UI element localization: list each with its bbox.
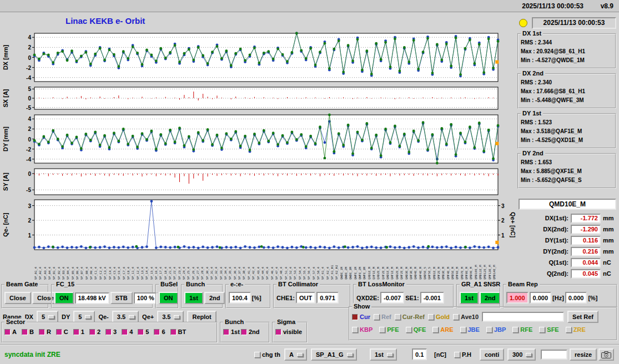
- checkbox-cur-ref[interactable]: Cur-Ref: [395, 314, 425, 320]
- checkbox-chg-th[interactable]: chg th: [254, 351, 280, 358]
- checkbox-qfe[interactable]: QFE: [406, 326, 426, 333]
- checkbox-2nd[interactable]: 2nd: [241, 328, 260, 335]
- checkbox-kbp[interactable]: KBP: [352, 326, 373, 333]
- checkbox-box[interactable]: [39, 329, 45, 335]
- signal-select[interactable]: SP_A1_G: [311, 348, 357, 361]
- checkbox-box[interactable]: [406, 327, 412, 333]
- checkbox-box[interactable]: [275, 329, 281, 335]
- group-label: Sector: [4, 318, 27, 325]
- checkbox-pfe[interactable]: PFE: [379, 326, 399, 333]
- checkbox-4[interactable]: 4: [122, 328, 133, 335]
- checkbox-sfe[interactable]: SFE: [539, 326, 558, 333]
- checkbox-ave10[interactable]: Ave10: [453, 314, 479, 320]
- x-axis-label: SP_B5_4: [72, 251, 76, 280]
- checkbox-visible[interactable]: visible: [275, 328, 302, 335]
- checkbox-box[interactable]: [56, 329, 62, 335]
- gr-a1-1st-button[interactable]: 1st: [460, 292, 479, 304]
- checkbox-3[interactable]: 3: [105, 328, 117, 335]
- checkbox-6[interactable]: 6: [154, 328, 165, 335]
- checkbox-box[interactable]: [154, 329, 160, 335]
- resize-button[interactable]: resize: [570, 348, 597, 361]
- checkbox-zre[interactable]: ZRE: [566, 326, 586, 333]
- replot-button[interactable]: Replot: [187, 311, 216, 323]
- checkbox-box[interactable]: [223, 329, 229, 335]
- checkbox-label: PFE: [387, 326, 399, 333]
- checkbox-box[interactable]: [379, 327, 385, 333]
- range-qem-select[interactable]: 3.5: [112, 311, 139, 323]
- checkbox-box[interactable]: [454, 352, 460, 358]
- x-axis-label: SP_51_4: [285, 251, 289, 280]
- svg-text:Qe+ [nC]: Qe+ [nC]: [510, 212, 516, 237]
- checkbox-box[interactable]: [170, 329, 177, 335]
- fc15-on-button[interactable]: ON: [54, 292, 74, 304]
- ref-file-input[interactable]: [482, 312, 564, 322]
- checkbox-box[interactable]: [374, 314, 380, 320]
- checkbox-bt[interactable]: BT: [170, 328, 187, 335]
- stat-min: Min : -4.527@QWDE_1M: [521, 56, 615, 65]
- checkbox-2[interactable]: 2: [89, 328, 100, 335]
- checkbox-box[interactable]: [105, 329, 112, 335]
- busel-on-button[interactable]: ON: [159, 292, 178, 304]
- checkbox-box[interactable]: [453, 314, 459, 320]
- checkbox-5[interactable]: 5: [138, 328, 149, 335]
- checkbox-box[interactable]: [539, 327, 545, 333]
- count-value: 300: [512, 351, 522, 358]
- checkbox-jbe[interactable]: JBE: [460, 326, 480, 333]
- x-axis-label: SP_C1_4: [94, 251, 99, 280]
- checkbox-box[interactable]: [460, 327, 466, 333]
- svg-text:SX [A]: SX [A]: [2, 89, 9, 107]
- checkbox-box[interactable]: [4, 329, 11, 335]
- checkbox-ph[interactable]: P.H: [454, 351, 471, 358]
- option-menu-icon: [85, 315, 91, 319]
- monitor-row: Q(1st): 0.044 nC: [519, 257, 617, 267]
- checkbox-gold[interactable]: Gold: [428, 314, 450, 320]
- bunch-1st-button[interactable]: 1st: [184, 292, 203, 304]
- beam-gate-close-button-1[interactable]: Close: [4, 292, 31, 304]
- checkbox-box[interactable]: [512, 327, 519, 333]
- monitor-value: 0.116: [571, 236, 601, 245]
- checkbox-b[interactable]: B: [22, 328, 34, 335]
- bunch-select[interactable]: 1st: [370, 348, 397, 361]
- checkbox-1st[interactable]: 1st: [223, 328, 240, 335]
- monitor-row: Q(2nd): 0.045 nC: [519, 269, 617, 279]
- checkbox-jbp[interactable]: JBP: [486, 326, 506, 333]
- checkbox-rfe[interactable]: RFE: [512, 326, 532, 333]
- checkbox-box[interactable]: [89, 329, 95, 335]
- count-select[interactable]: 300: [507, 348, 536, 361]
- checkbox-label: 6: [162, 328, 165, 335]
- set-ref-button[interactable]: Set Ref: [567, 311, 598, 323]
- range-qep-select[interactable]: 3.5: [157, 311, 184, 323]
- checkbox-c[interactable]: C: [56, 328, 68, 335]
- checkbox-box[interactable]: [432, 327, 439, 333]
- checkbox-box[interactable]: [241, 329, 247, 335]
- gr-a1-2nd-button[interactable]: 2nd: [480, 292, 501, 304]
- checkbox-box[interactable]: [22, 329, 28, 335]
- checkbox-box[interactable]: [254, 352, 260, 358]
- checkbox-box[interactable]: [428, 314, 434, 320]
- checkbox-r[interactable]: R: [39, 328, 51, 335]
- checkbox-1[interactable]: 1: [73, 328, 84, 335]
- range-dy-select[interactable]: 5: [73, 311, 95, 323]
- option-menu-icon: [129, 315, 135, 319]
- mode-select[interactable]: A: [284, 348, 307, 361]
- aux-input[interactable]: [541, 350, 567, 360]
- x-axis-label: SP_54_4: [299, 251, 303, 280]
- checkbox-ref[interactable]: Ref: [374, 314, 391, 320]
- checkbox-box[interactable]: [122, 329, 128, 335]
- x-axis-label: SP_38_4: [243, 251, 247, 280]
- checkbox-box[interactable]: [395, 314, 401, 320]
- checkbox-box[interactable]: [73, 329, 79, 335]
- checkbox-cur[interactable]: Cur: [352, 314, 370, 320]
- bunch-2nd-button[interactable]: 2nd: [204, 292, 225, 304]
- checkbox-box[interactable]: [352, 314, 358, 320]
- checkbox-box[interactable]: [138, 329, 144, 335]
- range-dx-select[interactable]: 5: [37, 311, 58, 323]
- checkbox-a[interactable]: A: [4, 328, 17, 335]
- fc15-stb-button[interactable]: STB: [110, 292, 133, 304]
- snapshot-button[interactable]: [598, 348, 614, 361]
- checkbox-box[interactable]: [486, 327, 492, 333]
- conti-button[interactable]: conti: [480, 348, 504, 361]
- checkbox-box[interactable]: [352, 327, 358, 333]
- checkbox-box[interactable]: [566, 327, 572, 333]
- checkbox-are[interactable]: ARE: [432, 326, 453, 333]
